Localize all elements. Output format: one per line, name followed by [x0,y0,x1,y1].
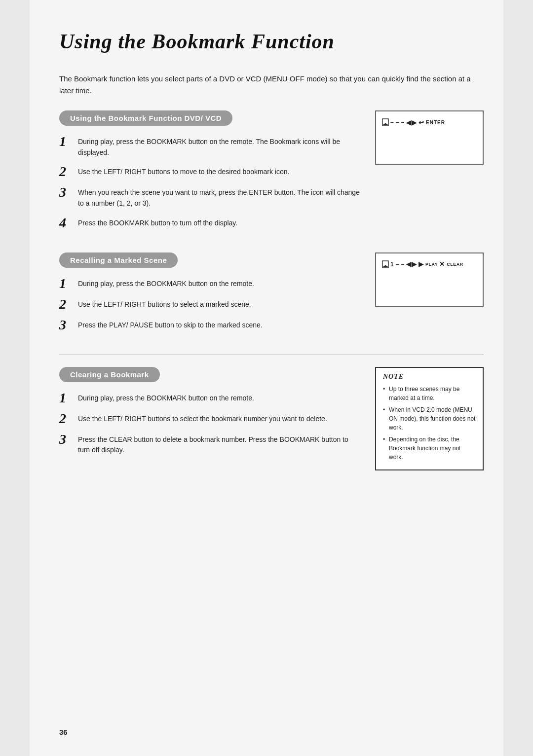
step-text: During play, press the BOOKMARK button o… [78,135,360,158]
clear-label: CLEAR [447,262,463,267]
steps-col-1: Using the Bookmark Function DVD/ VCD 1 D… [59,110,360,237]
step-text: When you reach the scene you want to mar… [78,185,360,209]
steps-col-2: Recalling a Marked Scene 1 During play, … [59,252,360,339]
dash1: – [390,119,394,126]
step-number: 2 [59,165,73,179]
step-text: Press the PLAY/ PAUSE button to skip to … [78,318,263,331]
diagram-col-2: 1 – – ◀▶ ▶ PLAY ✕ CLEAR [375,252,484,307]
step-number: 2 [59,412,73,426]
step-3-1: 1 During play, press the BOOKMARK button… [59,391,360,405]
step-text: Use the LEFT/ RIGHT buttons to select th… [78,412,327,425]
step-2-3: 3 Press the PLAY/ PAUSE button to skip t… [59,318,360,332]
step-text: Use the LEFT/ RIGHT buttons to move to t… [78,165,290,178]
section-bookmark-function: Using the Bookmark Function DVD/ VCD 1 D… [59,110,484,237]
section-header-3: Clearing a Bookmark [59,367,160,382]
step-number: 1 [59,277,73,290]
diagram-icons-2: 1 – – ◀▶ ▶ PLAY ✕ CLEAR [382,260,477,268]
dash5: – [401,261,405,268]
step-text: Press the BOOKMARK button to turn off th… [78,216,237,229]
main-title: Using the Bookmark Function [59,30,484,53]
enter-label: ENTER [426,120,445,125]
step-2-1: 1 During play, press the BOOKMARK button… [59,277,360,290]
note-item-3: Depending on the disc, the Bookmark func… [383,435,476,462]
step-text: During play, press the BOOKMARK button o… [78,391,254,404]
step-3-3: 3 Press the CLEAR button to delete a boo… [59,432,360,456]
note-title: NOTE [383,373,476,381]
bookmark-icon-2 [382,260,389,268]
step-number: 1 [59,135,73,148]
diagram-box-1: – – – ◀▶ ↩ ENTER [375,110,484,165]
lr-arrow-icon: ◀▶ [406,119,417,126]
dash2: – [396,119,400,126]
step-1-1: 1 During play, press the BOOKMARK button… [59,135,360,158]
bookmark-icon [382,118,389,126]
dash3: – [401,119,405,126]
play-icon: ▶ [419,260,424,268]
diagram-box-2: 1 – – ◀▶ ▶ PLAY ✕ CLEAR [375,252,484,307]
section-header-2: Recalling a Marked Scene [59,252,178,268]
section-header-1: Using the Bookmark Function DVD/ VCD [59,110,232,126]
dash4: – [396,261,400,268]
page-number: 36 [59,728,68,736]
diagram-icons-1: – – – ◀▶ ↩ ENTER [382,118,477,126]
section-divider [59,355,484,355]
play-label: PLAY [425,262,438,267]
note-col: NOTE Up to three scenes may be marked at… [375,367,484,470]
step-text: Use the LEFT/ RIGHT buttons to select a … [78,297,251,310]
page: Using the Bookmark Function The Bookmark… [30,0,503,756]
step-text: During play, press the BOOKMARK button o… [78,277,254,289]
step-number: 3 [59,432,73,446]
clear-x-icon: ✕ [439,260,445,268]
note-box: NOTE Up to three scenes may be marked at… [375,367,484,470]
step-1-4: 4 Press the BOOKMARK button to turn off … [59,216,360,230]
step-number: 4 [59,216,73,230]
lr-arrow-icon-2: ◀▶ [406,260,417,268]
note-item-2: When in VCD 2.0 mode (MENU ON mode), thi… [383,405,476,432]
num1: 1 [390,261,394,268]
step-number: 3 [59,318,73,332]
diagram-col-1: – – – ◀▶ ↩ ENTER [375,110,484,165]
step-number: 3 [59,185,73,199]
step-3-2: 2 Use the LEFT/ RIGHT buttons to select … [59,412,360,426]
steps-col-3: Clearing a Bookmark 1 During play, press… [59,367,360,463]
intro-text: The Bookmark function lets you select pa… [59,73,484,97]
enter-arrow-icon: ↩ [419,119,424,126]
step-1-3: 3 When you reach the scene you want to m… [59,185,360,209]
step-text: Press the CLEAR button to delete a bookm… [78,432,360,456]
note-item-1: Up to three scenes may be marked at a ti… [383,385,476,402]
step-number: 1 [59,391,73,405]
step-2-2: 2 Use the LEFT/ RIGHT buttons to select … [59,297,360,311]
step-number: 2 [59,297,73,311]
section-recalling: Recalling a Marked Scene 1 During play, … [59,252,484,339]
step-1-2: 2 Use the LEFT/ RIGHT buttons to move to… [59,165,360,179]
section-clearing: Clearing a Bookmark 1 During play, press… [59,367,484,470]
